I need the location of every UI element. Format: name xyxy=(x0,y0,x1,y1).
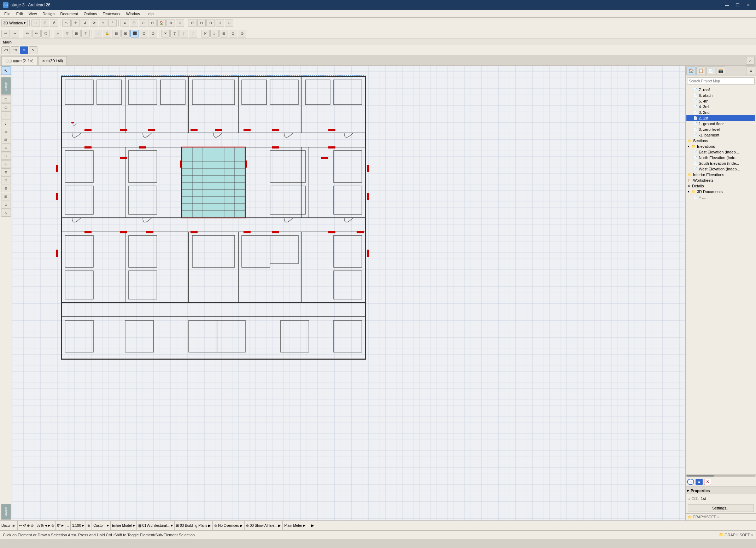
nav-doc[interactable]: 📄 xyxy=(706,66,715,75)
tree-1st[interactable]: 📄 2. 1st xyxy=(686,115,755,121)
tb2-circ2[interactable]: ⊙ xyxy=(229,30,237,37)
status-overrides[interactable]: ⊙ No Overrides ▶ xyxy=(213,521,245,530)
prop-circle-btn[interactable]: ○ xyxy=(687,479,694,485)
tree-north-elev[interactable]: 📄 North Elevation (Inde... xyxy=(686,155,755,161)
tool-grid-v[interactable]: ⊞ xyxy=(1,160,11,168)
status-undo[interactable]: ↩ ↺ ⊕ ⊙ xyxy=(18,521,35,530)
prop-blue-btn[interactable]: ■ xyxy=(696,479,703,485)
status-end-arrow[interactable]: ▶ xyxy=(307,523,318,528)
tree-2nd[interactable]: 📄 3. 2nd xyxy=(686,110,755,115)
tb2-x[interactable]: ✕ xyxy=(161,30,170,37)
tool-hatch2[interactable]: ▥ xyxy=(1,193,11,200)
tool-rect[interactable]: □ xyxy=(1,95,11,103)
tool-parallelogram[interactable]: ▱ xyxy=(1,128,11,135)
tb2-grid2[interactable]: ⊞ xyxy=(219,30,228,37)
tool-diagonal[interactable]: / xyxy=(1,119,11,127)
nav-list[interactable]: 📋 xyxy=(696,66,705,75)
tb-g4[interactable]: ⊙ xyxy=(216,19,224,27)
tree-3d-docs[interactable]: ▾ 📁 3D Documents xyxy=(686,189,755,194)
tree-4th[interactable]: 📄 5. 4th xyxy=(686,98,755,104)
tb-f2[interactable]: ⊞ xyxy=(130,19,138,27)
tb-move[interactable]: ✛ xyxy=(71,19,80,27)
menu-file[interactable]: File xyxy=(1,11,13,17)
menu-help[interactable]: Help xyxy=(143,11,157,17)
floor-plan-svg[interactable] xyxy=(54,73,373,363)
tree-elevations[interactable]: ▾ 📁 Elevations xyxy=(686,144,755,149)
tb2-tri1[interactable]: △ xyxy=(54,30,62,37)
menu-window[interactable]: Window xyxy=(123,11,143,17)
tree-3rd[interactable]: 📄 4. 3rd xyxy=(686,104,755,110)
tool-hatch[interactable]: ▨ xyxy=(1,136,11,144)
tool-rect2[interactable]: □ xyxy=(1,176,11,184)
tool-circ2[interactable]: ⊙ xyxy=(1,201,11,209)
tb-redo2[interactable]: ↱ xyxy=(108,19,117,27)
tb2-box[interactable]: ⬡ xyxy=(41,30,50,37)
tb-g1[interactable]: ⊙ xyxy=(188,19,197,27)
tb2-hash[interactable]: # xyxy=(81,30,90,37)
tool-tri[interactable]: △ xyxy=(1,209,11,217)
settings-button[interactable]: Settings... xyxy=(688,504,754,512)
restore-button[interactable]: ❐ xyxy=(733,1,743,8)
tb2-circ[interactable]: ⊙ xyxy=(149,30,157,37)
floor-plan-tab[interactable]: ⊞⊞ ⊞⊞ □ [2. 1st] xyxy=(1,56,37,65)
tb2-sq5[interactable]: ⊡ xyxy=(140,30,148,37)
tb-rotate[interactable]: ↺ xyxy=(81,19,89,27)
status-scale[interactable]: 1:100 ▶ xyxy=(71,521,86,530)
tb-f7[interactable]: ⊙ xyxy=(176,19,184,27)
status-plain-meter[interactable]: Plain Meter ▶ xyxy=(283,521,307,530)
tb-arrow[interactable]: ↖ xyxy=(62,19,71,27)
tb2-undo[interactable]: ↩ xyxy=(1,30,10,37)
tb-g3[interactable]: ⊙ xyxy=(206,19,215,27)
tool-line[interactable]: | xyxy=(1,111,11,119)
tb-new[interactable]: □ xyxy=(31,19,40,27)
menu-design[interactable]: Design xyxy=(40,11,57,17)
nav-camera[interactable]: 📸 xyxy=(716,66,725,75)
menu-document[interactable]: Document xyxy=(58,11,81,17)
tool-grid2[interactable]: ⊞ xyxy=(1,185,11,192)
tool-diamond[interactable]: ◇ xyxy=(1,103,11,111)
tb-f3[interactable]: ⊙ xyxy=(139,19,147,27)
tb2-pen[interactable]: ✏ xyxy=(23,30,31,37)
status-building-plans[interactable]: ⊞ 03 Building Plans ▶ xyxy=(175,521,213,530)
tb2-pen2[interactable]: ✏ xyxy=(32,30,41,37)
tb-f6[interactable]: ⊕ xyxy=(166,19,175,27)
tb-redo1[interactable]: ↰ xyxy=(99,19,107,27)
tb2-home[interactable]: ⌂ xyxy=(210,30,219,37)
prop-red-btn[interactable]: ✕ xyxy=(704,479,711,485)
tb2-sq2[interactable]: ⊟ xyxy=(112,30,121,37)
tb-g2[interactable]: ⊙ xyxy=(197,19,206,27)
tree-zero[interactable]: 📄 0. zero level xyxy=(686,127,755,132)
tb2-lock[interactable]: 🔒 xyxy=(103,30,111,37)
status-entire-model[interactable]: Entire Model ▶ xyxy=(111,521,137,530)
tree-basment[interactable]: 📄 -1. basment xyxy=(686,132,755,138)
status-arch-layer[interactable]: ▦ 01 Architectural... ▶ xyxy=(137,521,175,530)
tool-grid-h[interactable]: ⊞ xyxy=(1,144,11,152)
sub-cursor-tool[interactable]: ↖ xyxy=(29,46,37,54)
sub-arrow-tool[interactable]: ↙▾ xyxy=(1,46,10,54)
tree-details[interactable]: ⚙ Details xyxy=(686,183,755,189)
tb-g5[interactable]: ⊙ xyxy=(225,19,233,27)
canvas-area[interactable] xyxy=(12,66,685,520)
select-tool[interactable]: ↖ xyxy=(1,66,11,75)
tree-3d-sub[interactable]: 📄 ○ .... xyxy=(686,194,755,200)
tree-south-elev[interactable]: 📄 South Elevation (Inde... xyxy=(686,161,755,166)
tree-atach[interactable]: 📄 6. atach xyxy=(686,93,755,98)
status-calibrate[interactable]: ⊕ xyxy=(86,521,92,530)
tb2-sum[interactable]: ∑ xyxy=(170,30,179,37)
minimize-button[interactable]: — xyxy=(722,1,732,8)
nav-home[interactable]: 🏠 xyxy=(686,66,696,75)
nav-menu[interactable]: ≡ xyxy=(746,66,755,75)
tree-int-elev[interactable]: 📁 Interior Elevations xyxy=(686,172,755,177)
tree-east-elev[interactable]: 📄 East Elevation (Indep... xyxy=(686,149,755,155)
menu-teamwork[interactable]: Teamwork xyxy=(100,11,123,17)
tb2-tri2[interactable]: ▽ xyxy=(63,30,71,37)
tb2-integ[interactable]: ∫ xyxy=(180,30,188,37)
tree-sections[interactable]: 📁 Sections xyxy=(686,138,755,144)
tb2-sq1[interactable]: ⬜ xyxy=(94,30,102,37)
tb2-circ3[interactable]: ⊙ xyxy=(238,30,246,37)
status-custom[interactable]: Custom ▶ xyxy=(92,521,110,530)
status-angle[interactable]: 0° ▶ xyxy=(56,521,66,530)
tb2-sq3[interactable]: ⊠ xyxy=(121,30,130,37)
tb-f4[interactable]: ⊙ xyxy=(148,19,157,27)
tb2-int2[interactable]: ∫ xyxy=(189,30,197,37)
